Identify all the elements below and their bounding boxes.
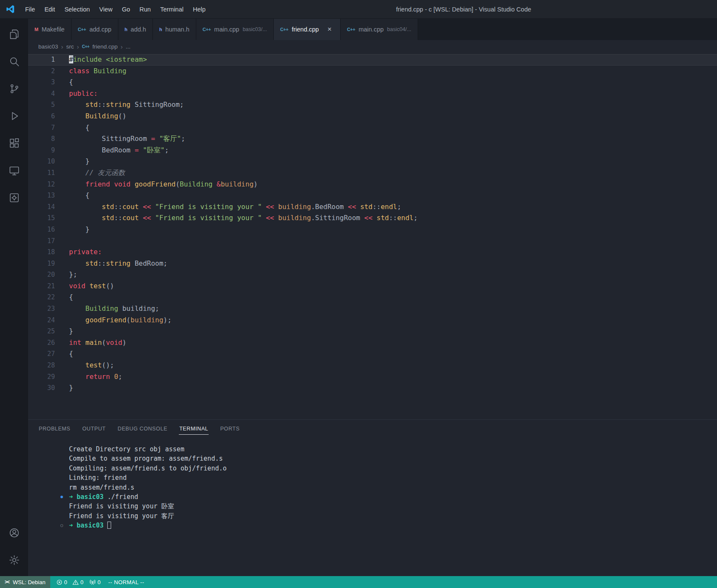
panel-tab-ports[interactable]: PORTS [220,424,240,435]
tab-Makefile[interactable]: MMakefile [28,19,72,40]
broadcast-icon [89,579,96,585]
explorer-icon[interactable] [0,20,28,48]
code-text: { [69,292,73,303]
panel-tab-terminal[interactable]: TERMINAL [179,424,209,435]
extensions-icon[interactable] [0,129,28,157]
panel-tab-debug-console[interactable]: DEBUG CONSOLE [117,424,168,435]
activity-bar-bottom [0,519,28,574]
breadcrumb-separator: › [61,43,63,50]
run-debug-icon[interactable] [0,102,28,129]
tab-label: add.h [131,26,146,33]
terminal-line: Compiling: assem/friend.s to obj/friend.… [62,464,717,473]
remote-explorer-icon[interactable] [0,157,28,184]
code-line-24[interactable]: 24 goodFriend(building); [28,315,717,326]
menu-run[interactable]: Run [135,4,156,15]
code-text: #include <iostream> [69,54,147,66]
code-line-2[interactable]: 2class Building [28,66,717,77]
breadcrumb-item-friend.cpp[interactable]: friend.cpp [92,43,118,50]
code-text: } [69,382,73,394]
mk-file-icon: M [34,27,38,32]
tab-main.cpp[interactable]: C++main.cppbasic04/... [341,19,418,40]
tab-friend.cpp[interactable]: C++friend.cpp× [274,19,341,40]
status-bar: >< WSL: Debian 0 0 0 -- NORMAL -- [0,576,717,588]
tab-add.h[interactable]: hadd.h [118,19,153,40]
panel-tab-output[interactable]: OUTPUT [82,424,106,435]
account-icon[interactable] [0,519,28,546]
code-line-16[interactable]: 16 } [28,224,717,235]
terminal-output: Create Directory src obj assemCompile to… [62,445,717,531]
code-line-13[interactable]: 13 { [28,190,717,201]
panel-tab-problems[interactable]: PROBLEMS [38,424,71,435]
close-icon[interactable]: × [325,25,334,34]
problems-status[interactable]: 0 0 [56,579,83,585]
breadcrumb-item-src[interactable]: src [66,43,74,50]
command-decoration-icon[interactable]: ● [60,492,63,502]
code-line-11[interactable]: 11 // 友元函数 [28,167,717,179]
tab-label: Makefile [42,26,65,33]
remote-indicator[interactable]: >< WSL: Debian [0,576,50,588]
cpp-file-icon: C++ [203,27,211,32]
code-line-14[interactable]: 14 std::cout << "Friend is visiting your… [28,201,717,213]
code-line-18[interactable]: 18private: [28,247,717,258]
code-line-4[interactable]: 4public: [28,88,717,100]
code-text: friend void goodFriend(Building &buildin… [69,179,258,190]
code-line-1[interactable]: 1#include <iostream> [28,54,717,66]
tab-label: friend.cpp [292,26,319,33]
terminal[interactable]: Create Directory src obj assemCompile to… [28,439,717,576]
code-line-19[interactable]: 19 std::string BedRoom; [28,258,717,270]
menu-edit[interactable]: Edit [40,4,60,15]
container-gear-icon[interactable] [0,184,28,211]
line-number: 9 [28,145,69,156]
source-control-icon[interactable] [0,75,28,102]
menu-go[interactable]: Go [117,4,135,15]
error-count: 0 [64,579,67,585]
code-text: std::string SittingRoom; [69,99,184,111]
menu-help[interactable]: Help [188,4,210,15]
code-line-21[interactable]: 21void test() [28,281,717,292]
breadcrumb-item-...[interactable]: ... [126,43,130,50]
menu-terminal[interactable]: Terminal [155,4,188,15]
menu-view[interactable]: View [95,4,117,15]
code-line-23[interactable]: 23 Building building; [28,303,717,315]
code-line-15[interactable]: 15 std::cout << "Friend is visiting your… [28,212,717,224]
menu-file[interactable]: File [20,4,40,15]
code-line-3[interactable]: 3{ [28,77,717,88]
search-icon[interactable] [0,48,28,75]
tab-label: add.cpp [89,26,112,33]
code-line-12[interactable]: 12 friend void goodFriend(Building &buil… [28,179,717,190]
code-line-8[interactable]: 8 SittingRoom = "客厅"; [28,133,717,145]
code-line-6[interactable]: 6 Building() [28,111,717,122]
code-editor[interactable]: 1#include <iostream>2class Building3{4pu… [28,53,717,419]
command-decoration-icon[interactable]: ○ [60,521,63,530]
code-line-29[interactable]: 29 return 0; [28,371,717,383]
tab-human.h[interactable]: hhuman.h [153,19,196,40]
warning-count: 0 [80,579,83,585]
ports-status[interactable]: 0 [89,579,100,585]
tab-detail: basic04/... [387,26,411,32]
editor-tab-bar: MMakefileC++add.cpphadd.hhhuman.hC++main… [28,19,717,40]
code-line-26[interactable]: 26int main(void) [28,337,717,349]
code-line-30[interactable]: 30} [28,382,717,394]
code-line-7[interactable]: 7 { [28,122,717,134]
breadcrumb-item-basic03[interactable]: basic03 [38,43,58,50]
code-line-17[interactable]: 17 [28,235,717,247]
code-line-25[interactable]: 25} [28,326,717,337]
code-line-5[interactable]: 5 std::string SittingRoom; [28,99,717,111]
tab-main.cpp[interactable]: C++main.cppbasic03/... [196,19,274,40]
code-line-22[interactable]: 22{ [28,292,717,303]
tab-add.cpp[interactable]: C++add.cpp [72,19,118,40]
code-line-9[interactable]: 9 BedRoom = "卧室"; [28,145,717,156]
line-number: 25 [28,326,69,337]
code-text: BedRoom = "卧室"; [69,145,169,156]
code-lines: 1#include <iostream>2class Building3{4pu… [28,54,717,394]
settings-gear-icon[interactable] [0,546,28,574]
code-line-27[interactable]: 27{ [28,348,717,360]
line-number: 22 [28,292,69,303]
code-line-28[interactable]: 28 test(); [28,360,717,371]
code-text: class Building [69,66,126,77]
menu-selection[interactable]: Selection [60,4,95,15]
code-line-20[interactable]: 20}; [28,269,717,281]
line-number: 1 [28,54,69,66]
code-line-10[interactable]: 10 } [28,156,717,167]
error-icon [56,579,63,585]
